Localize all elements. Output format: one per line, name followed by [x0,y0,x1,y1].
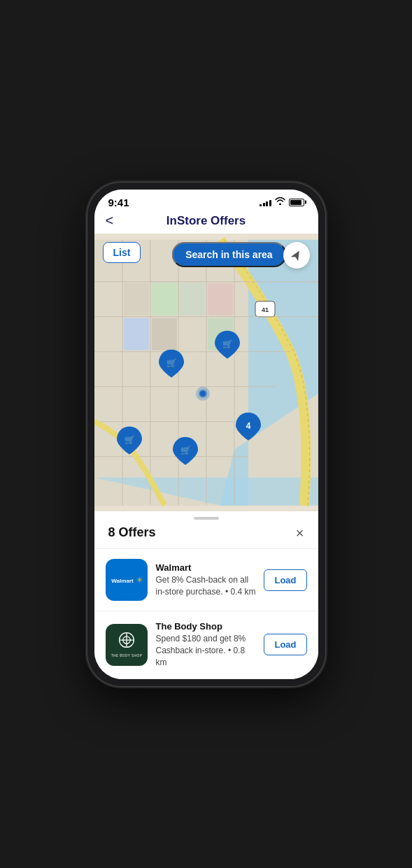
offer-card-bodyshop: THE BODY SHOP The Body Shop Spend $180 a… [94,611,318,678]
close-button[interactable]: × [296,526,304,540]
svg-point-25 [200,390,206,396]
search-area-button[interactable]: Search in this area [171,242,287,267]
offer-card-walmart: Walmart ✳ Walmart Get 8% Cash-back on al… [94,549,318,611]
walmart-store-name: Walmart [156,562,256,573]
walmart-offer-info: Walmart Get 8% Cash-back on all in-store… [156,562,256,598]
sheet-handle-bar [94,511,318,522]
location-button[interactable] [283,242,310,269]
svg-rect-21 [208,283,233,315]
walmart-logo: Walmart ✳ [106,559,148,601]
svg-text:4: 4 [246,420,250,430]
top-nav: < InStore Offers [94,211,318,234]
walmart-load-button[interactable]: Load [264,569,306,591]
wifi-icon [275,197,285,207]
svg-rect-17 [152,283,177,315]
svg-text:Walmart: Walmart [111,578,134,584]
bodyshop-offer-description: Spend $180 and get 8% Cashback in-store.… [156,633,256,668]
back-button[interactable]: < [106,213,114,229]
navigation-icon [290,249,303,262]
offers-count: 8 Offers [108,525,156,540]
status-bar: 9:41 [94,190,318,211]
sheet-header: 8 Offers × [94,522,318,549]
list-button[interactable]: List [103,242,141,263]
status-time: 9:41 [108,197,129,208]
svg-rect-20 [180,283,205,315]
offers-list: Walmart ✳ Walmart Get 8% Cash-back on al… [94,549,318,678]
status-icons [260,197,304,207]
svg-text:THE BODY SHOP: THE BODY SHOP [111,654,142,657]
svg-text:41: 41 [261,306,268,313]
svg-rect-18 [124,318,149,350]
bodyshop-offer-info: The Body Shop Spend $180 and get 8% Cash… [156,621,256,668]
walmart-offer-description: Get 8% Cash-back on all in-store purchas… [156,574,256,598]
phone-inner: 9:41 [94,190,318,679]
bottom-sheet: 8 Offers × Walmart ✳ Walmart Get 8% Cash… [94,511,318,678]
svg-text:🛒: 🛒 [222,338,232,348]
svg-rect-16 [124,283,149,315]
sheet-handle [194,517,219,520]
svg-rect-19 [152,318,177,350]
svg-text:✳: ✳ [136,576,143,584]
bodyshop-load-button[interactable]: Load [264,634,306,655]
svg-text:🛒: 🛒 [166,357,176,367]
battery-icon [289,199,304,206]
bodyshop-store-name: The Body Shop [156,621,256,632]
bodyshop-logo: THE BODY SHOP [106,624,148,666]
page-title: InStore Offers [166,214,246,228]
svg-text:🛒: 🛒 [124,434,134,444]
map-container: 41 [94,234,318,512]
map-background: 41 [94,234,318,512]
signal-icon [260,199,271,206]
svg-text:🛒: 🛒 [180,444,190,455]
phone-frame: 9:41 [87,183,325,686]
